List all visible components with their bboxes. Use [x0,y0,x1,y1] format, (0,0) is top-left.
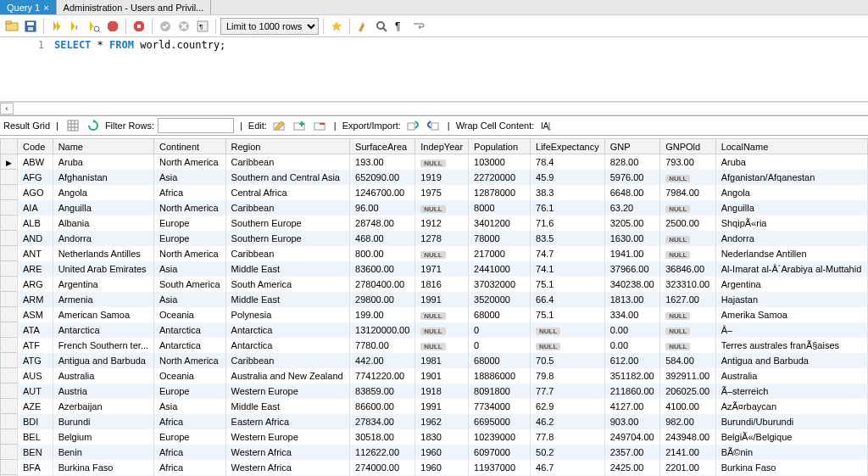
cell-code[interactable]: AUS [18,368,53,384]
cell-gnp[interactable]: 828.00 [604,154,659,170]
cell-gnpold[interactable]: 793.00 [660,154,715,170]
cell-code[interactable]: AND [18,231,53,246]
cell-continent[interactable]: North America [154,353,226,368]
column-header-continent[interactable]: Continent [154,139,226,154]
cell-population[interactable]: 103000 [469,154,531,170]
cell-gnpold[interactable]: NULL [660,231,715,246]
cell-name[interactable]: Belgium [53,429,153,445]
cell-gnpold[interactable]: 2201.00 [660,460,715,475]
cell-continent[interactable]: North America [154,154,226,170]
delete-row-icon[interactable] [311,117,328,134]
cell-name[interactable]: Armenia [53,292,153,307]
cell-gnp[interactable]: 351182.00 [604,368,659,384]
cell-indepyear[interactable]: 1962 [415,414,469,429]
table-row[interactable]: AUSAustraliaOceaniaAustralia and New Zea… [1,368,868,384]
cell-name[interactable]: Benin [53,445,153,460]
cell-localname[interactable]: Burkina Faso [715,460,867,475]
cell-population[interactable]: 2441000 [469,261,531,277]
toggle-autocommit-icon[interactable] [131,18,147,35]
cell-name[interactable]: Albania [53,216,153,231]
cell-name[interactable]: Aruba [53,154,153,170]
cell-lifeexpectancy[interactable]: 79.8 [531,368,605,384]
table-row[interactable]: ATAAntarcticaAntarcticaAntarctica1312000… [1,322,868,338]
cell-name[interactable]: Antarctica [53,322,153,338]
cell-region[interactable]: Middle East [225,292,350,307]
column-header-surfacearea[interactable]: SurfaceArea [350,139,415,154]
cell-region[interactable]: South America [225,277,350,292]
column-header-name[interactable]: Name [53,139,153,154]
cell-lifeexpectancy[interactable]: 77.7 [531,384,605,399]
cell-lifeexpectancy[interactable]: 75.1 [531,307,605,322]
table-row[interactable]: ATGAntigua and BarbudaNorth AmericaCarib… [1,353,868,368]
cell-code[interactable]: BDI [18,414,53,429]
cell-indepyear[interactable]: 1991 [415,399,469,414]
cell-gnp[interactable]: 63.20 [604,200,659,216]
cell-surfacearea[interactable]: 652090.00 [350,170,415,185]
cell-region[interactable]: Australia and New Zealand [225,368,350,384]
cell-population[interactable]: 78000 [469,231,531,246]
cell-indepyear[interactable]: 1991 [415,292,469,307]
beautify-icon[interactable] [354,18,371,35]
cell-lifeexpectancy[interactable]: 77.8 [531,429,605,445]
row-header-blank[interactable] [1,139,18,154]
cell-population[interactable]: 68000 [469,353,531,368]
cell-gnpold[interactable]: NULL [660,307,715,322]
cell-localname[interactable]: Afganistan/Afqanestan [715,170,867,185]
cell-indepyear[interactable]: 1278 [415,231,469,246]
cell-name[interactable]: Burkina Faso [53,460,153,475]
cell-gnpold[interactable]: 7984.00 [660,185,715,200]
cell-name[interactable]: Andorra [53,231,153,246]
table-row[interactable]: BDIBurundiAfricaEastern Africa27834.0019… [1,414,868,429]
cell-indepyear[interactable]: 1975 [415,185,469,200]
cell-surfacearea[interactable]: 13120000.00 [350,322,415,338]
table-row[interactable]: ATFFrench Southern ter...AntarcticaAntar… [1,338,868,353]
table-row[interactable]: ARGArgentinaSouth AmericaSouth America27… [1,277,868,292]
cell-region[interactable]: Western Africa [225,460,350,475]
cell-population[interactable]: 18886000 [469,368,531,384]
cell-surfacearea[interactable]: 199.00 [350,307,415,322]
cell-indepyear[interactable]: 1919 [415,170,469,185]
cell-continent[interactable]: Asia [154,170,226,185]
tab-admin[interactable]: Administration - Users and Privil... [57,0,212,14]
cell-continent[interactable]: Africa [154,185,226,200]
favorite-icon[interactable] [328,18,345,35]
cell-population[interactable]: 37032000 [469,277,531,292]
column-header-gnpold[interactable]: GNPOld [660,139,715,154]
cell-name[interactable]: Netherlands Antilles [53,246,153,261]
sql-code[interactable]: SELECT * FROM world.country; [51,37,229,101]
cell-gnp[interactable]: 334.00 [604,307,659,322]
cell-lifeexpectancy[interactable]: 74.7 [531,246,605,261]
cell-code[interactable]: AGO [18,185,53,200]
table-row[interactable]: ANDAndorraEuropeSouthern Europe468.00127… [1,231,868,246]
cell-indepyear[interactable]: 1918 [415,384,469,399]
cell-localname[interactable]: Australia [715,368,867,384]
cell-continent[interactable]: South America [154,277,226,292]
cell-gnpold[interactable]: 4100.00 [660,399,715,414]
cell-indepyear[interactable]: 1960 [415,445,469,460]
cell-localname[interactable]: BelgiÃ«/Belgique [715,429,867,445]
cell-code[interactable]: ATF [18,338,53,353]
cell-gnp[interactable]: 5976.00 [604,170,659,185]
cell-gnpold[interactable]: 243948.00 [660,429,715,445]
cell-region[interactable]: Southern Europe [225,216,350,231]
cell-population[interactable]: 22720000 [469,170,531,185]
cell-gnpold[interactable]: NULL [660,338,715,353]
cell-continent[interactable]: Asia [154,399,226,414]
cell-gnp[interactable]: 340238.00 [604,277,659,292]
refresh-icon[interactable] [85,117,102,134]
cell-localname[interactable]: Burundi/Uburundi [715,414,867,429]
cell-indepyear[interactable]: 1901 [415,368,469,384]
cell-localname[interactable]: Al-Imarat al-Â´Arabiya al-Muttahid [715,261,867,277]
cell-gnpold[interactable]: NULL [660,170,715,185]
cell-indepyear[interactable]: 1981 [415,353,469,368]
cell-localname[interactable]: Terres australes franÃ§aises [715,338,867,353]
cell-code[interactable]: ALB [18,216,53,231]
cell-indepyear[interactable]: NULL [415,322,469,338]
table-row[interactable]: ARMArmeniaAsiaMiddle East29800.001991352… [1,292,868,307]
cell-region[interactable]: Central Africa [225,185,350,200]
cell-localname[interactable]: ShqipÃ«ria [715,216,867,231]
cell-gnp[interactable]: 37966.00 [604,261,659,277]
cell-lifeexpectancy[interactable]: 38.3 [531,185,605,200]
cell-population[interactable]: 6695000 [469,414,531,429]
cell-localname[interactable]: Andorra [715,231,867,246]
